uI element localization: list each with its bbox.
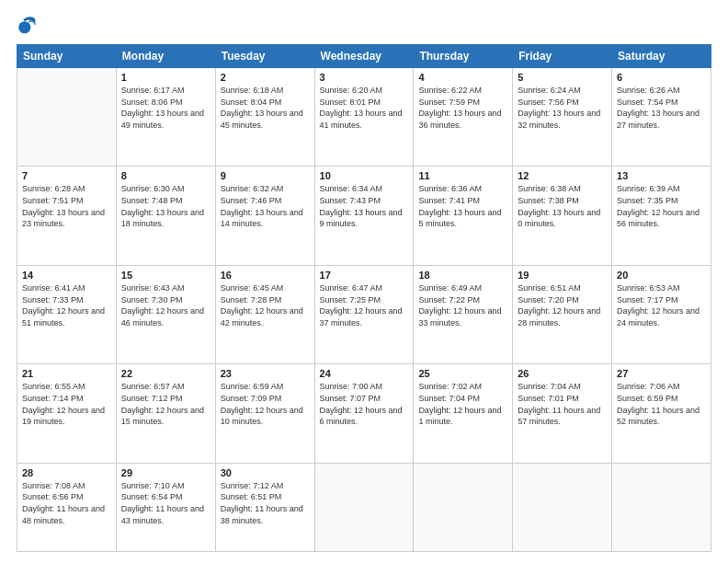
cell-info: Sunrise: 6:26 AMSunset: 7:54 PMDaylight:… [617, 85, 706, 131]
day-number: 8 [121, 170, 210, 181]
calendar-cell: 9Sunrise: 6:32 AMSunset: 7:46 PMDaylight… [215, 167, 314, 265]
day-number: 12 [518, 170, 607, 181]
cell-info: Sunrise: 6:20 AMSunset: 8:01 PMDaylight:… [320, 85, 409, 131]
cell-info: Sunrise: 6:53 AMSunset: 7:17 PMDaylight:… [617, 282, 706, 328]
cell-info: Sunrise: 6:32 AMSunset: 7:46 PMDaylight:… [221, 183, 310, 229]
cell-info: Sunrise: 7:12 AMSunset: 6:51 PMDaylight:… [221, 480, 310, 526]
calendar-cell: 5Sunrise: 6:24 AMSunset: 7:56 PMDaylight… [513, 68, 612, 167]
cell-info: Sunrise: 7:08 AMSunset: 6:56 PMDaylight:… [22, 480, 111, 526]
weekday-header-row: SundayMondayTuesdayWednesdayThursdayFrid… [17, 45, 711, 68]
calendar-cell [513, 463, 612, 551]
cell-info: Sunrise: 6:17 AMSunset: 8:06 PMDaylight:… [121, 85, 210, 131]
calendar-cell: 26Sunrise: 7:04 AMSunset: 7:01 PMDayligh… [513, 364, 612, 463]
day-number: 6 [617, 72, 706, 83]
day-number: 9 [221, 170, 310, 181]
calendar-cell: 21Sunrise: 6:55 AMSunset: 7:14 PMDayligh… [17, 364, 117, 463]
calendar-cell: 19Sunrise: 6:51 AMSunset: 7:20 PMDayligh… [513, 265, 612, 363]
calendar-cell: 25Sunrise: 7:02 AMSunset: 7:04 PMDayligh… [414, 364, 513, 463]
cell-info: Sunrise: 6:30 AMSunset: 7:48 PMDaylight:… [121, 183, 210, 229]
calendar-cell: 1Sunrise: 6:17 AMSunset: 8:06 PMDaylight… [116, 68, 215, 167]
calendar-table: SundayMondayTuesdayWednesdayThursdayFrid… [17, 44, 711, 552]
day-number: 11 [418, 170, 507, 181]
page: SundayMondayTuesdayWednesdayThursdayFrid… [0, 0, 728, 563]
calendar-cell: 7Sunrise: 6:28 AMSunset: 7:51 PMDaylight… [17, 167, 117, 265]
day-number: 1 [121, 72, 210, 83]
cell-info: Sunrise: 7:06 AMSunset: 6:59 PMDaylight:… [617, 381, 706, 427]
calendar-cell: 29Sunrise: 7:10 AMSunset: 6:54 PMDayligh… [116, 463, 215, 551]
calendar-cell: 16Sunrise: 6:45 AMSunset: 7:28 PMDayligh… [215, 265, 314, 363]
calendar-cell: 2Sunrise: 6:18 AMSunset: 8:04 PMDaylight… [215, 68, 314, 167]
cell-info: Sunrise: 6:51 AMSunset: 7:20 PMDaylight:… [518, 282, 607, 328]
day-number: 7 [22, 170, 111, 181]
cell-info: Sunrise: 6:24 AMSunset: 7:56 PMDaylight:… [518, 85, 607, 131]
cell-info: Sunrise: 6:41 AMSunset: 7:33 PMDaylight:… [22, 282, 111, 328]
cell-info: Sunrise: 6:39 AMSunset: 7:35 PMDaylight:… [617, 183, 706, 229]
day-number: 19 [518, 270, 607, 281]
cell-info: Sunrise: 6:45 AMSunset: 7:28 PMDaylight:… [221, 282, 310, 328]
day-number: 29 [121, 467, 210, 478]
day-number: 24 [320, 368, 409, 379]
calendar-cell: 20Sunrise: 6:53 AMSunset: 7:17 PMDayligh… [612, 265, 711, 363]
calendar-cell: 17Sunrise: 6:47 AMSunset: 7:25 PMDayligh… [314, 265, 414, 363]
day-number: 20 [617, 270, 706, 281]
calendar-cell [314, 463, 414, 551]
day-number: 14 [22, 270, 111, 281]
week-row-3: 14Sunrise: 6:41 AMSunset: 7:33 PMDayligh… [17, 265, 711, 363]
calendar-cell: 10Sunrise: 6:34 AMSunset: 7:43 PMDayligh… [314, 167, 414, 265]
calendar-cell: 4Sunrise: 6:22 AMSunset: 7:59 PMDaylight… [414, 68, 513, 167]
cell-info: Sunrise: 6:22 AMSunset: 7:59 PMDaylight:… [418, 85, 507, 131]
logo-icon [17, 17, 37, 37]
weekday-monday: Monday [116, 45, 215, 68]
day-number: 16 [221, 270, 310, 281]
svg-point-0 [18, 21, 30, 33]
week-row-1: 1Sunrise: 6:17 AMSunset: 8:06 PMDaylight… [17, 68, 711, 167]
day-number: 28 [22, 467, 111, 478]
calendar-cell: 13Sunrise: 6:39 AMSunset: 7:35 PMDayligh… [612, 167, 711, 265]
calendar-cell: 22Sunrise: 6:57 AMSunset: 7:12 PMDayligh… [116, 364, 215, 463]
weekday-sunday: Sunday [17, 45, 117, 68]
calendar-cell [414, 463, 513, 551]
cell-info: Sunrise: 6:43 AMSunset: 7:30 PMDaylight:… [121, 282, 210, 328]
day-number: 17 [320, 270, 409, 281]
calendar-cell: 30Sunrise: 7:12 AMSunset: 6:51 PMDayligh… [215, 463, 314, 551]
weekday-wednesday: Wednesday [314, 45, 414, 68]
day-number: 21 [22, 368, 111, 379]
cell-info: Sunrise: 7:00 AMSunset: 7:07 PMDaylight:… [320, 381, 409, 427]
day-number: 23 [221, 368, 310, 379]
day-number: 27 [617, 368, 706, 379]
day-number: 18 [418, 270, 507, 281]
day-number: 3 [320, 72, 409, 83]
cell-info: Sunrise: 6:38 AMSunset: 7:38 PMDaylight:… [518, 183, 607, 229]
day-number: 2 [221, 72, 310, 83]
weekday-friday: Friday [513, 45, 612, 68]
weekday-saturday: Saturday [612, 45, 711, 68]
weekday-tuesday: Tuesday [215, 45, 314, 68]
cell-info: Sunrise: 6:55 AMSunset: 7:14 PMDaylight:… [22, 381, 111, 427]
cell-info: Sunrise: 7:04 AMSunset: 7:01 PMDaylight:… [518, 381, 607, 427]
calendar-cell: 24Sunrise: 7:00 AMSunset: 7:07 PMDayligh… [314, 364, 414, 463]
week-row-2: 7Sunrise: 6:28 AMSunset: 7:51 PMDaylight… [17, 167, 711, 265]
day-number: 26 [518, 368, 607, 379]
calendar-cell: 15Sunrise: 6:43 AMSunset: 7:30 PMDayligh… [116, 265, 215, 363]
calendar-cell: 6Sunrise: 6:26 AMSunset: 7:54 PMDaylight… [612, 68, 711, 167]
week-row-4: 21Sunrise: 6:55 AMSunset: 7:14 PMDayligh… [17, 364, 711, 463]
cell-info: Sunrise: 6:59 AMSunset: 7:09 PMDaylight:… [221, 381, 310, 427]
day-number: 30 [221, 467, 310, 478]
day-number: 13 [617, 170, 706, 181]
calendar-cell: 28Sunrise: 7:08 AMSunset: 6:56 PMDayligh… [17, 463, 117, 551]
logo [17, 17, 40, 37]
header [17, 17, 711, 37]
day-number: 25 [418, 368, 507, 379]
cell-info: Sunrise: 6:18 AMSunset: 8:04 PMDaylight:… [221, 85, 310, 131]
week-row-5: 28Sunrise: 7:08 AMSunset: 6:56 PMDayligh… [17, 463, 711, 551]
day-number: 22 [121, 368, 210, 379]
cell-info: Sunrise: 6:34 AMSunset: 7:43 PMDaylight:… [320, 183, 409, 229]
calendar-cell: 3Sunrise: 6:20 AMSunset: 8:01 PMDaylight… [314, 68, 414, 167]
weekday-thursday: Thursday [414, 45, 513, 68]
calendar-cell [17, 68, 117, 167]
cell-info: Sunrise: 6:49 AMSunset: 7:22 PMDaylight:… [418, 282, 507, 328]
cell-info: Sunrise: 6:28 AMSunset: 7:51 PMDaylight:… [22, 183, 111, 229]
day-number: 5 [518, 72, 607, 83]
calendar-cell: 27Sunrise: 7:06 AMSunset: 6:59 PMDayligh… [612, 364, 711, 463]
day-number: 4 [418, 72, 507, 83]
